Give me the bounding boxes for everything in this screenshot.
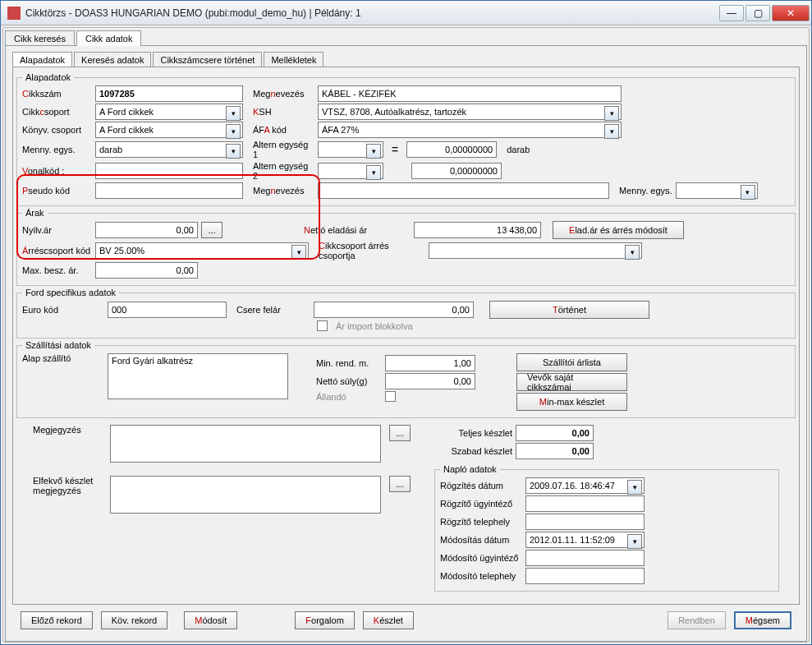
checkbox-ar-import-blokkolva[interactable] bbox=[317, 320, 328, 331]
label-modtel: Módosító telephely bbox=[440, 571, 522, 581]
subtab-alapadatok[interactable]: Alapadatok bbox=[12, 52, 72, 67]
field-elfekvo[interactable] bbox=[110, 476, 381, 514]
tortenet-button[interactable]: Történet bbox=[489, 301, 649, 319]
tab-cikk-kereses[interactable]: Cikk keresés bbox=[5, 30, 75, 46]
combo-mennyegys2[interactable] bbox=[676, 182, 758, 199]
next-record-button[interactable]: Köv. rekord bbox=[101, 611, 167, 629]
field-megnevezes[interactable]: KÁBEL - KÉZIFÉK bbox=[318, 85, 622, 102]
forgalom-button[interactable]: Forgalom bbox=[295, 611, 354, 629]
field-minrend[interactable]: 1,00 bbox=[385, 355, 475, 371]
megjegyzes-browse-button[interactable]: ... bbox=[389, 425, 411, 441]
label-konyvcs: Könyv. csoport bbox=[22, 125, 92, 135]
subtab-kereses[interactable]: Keresés adatok bbox=[74, 52, 151, 67]
footer-bar: Előző rekord Köv. rekord Módosít Forgalo… bbox=[12, 605, 800, 636]
field-teljes-keszlet: 0,00 bbox=[516, 425, 594, 441]
field-megnevezes2[interactable] bbox=[318, 182, 609, 199]
szallitoi-arlista-button[interactable]: Szállítói árlista bbox=[516, 353, 627, 371]
group-alapadatok: Alapadatok Cikkszám 1097285 Megnevezés K… bbox=[16, 72, 796, 206]
minimize-button[interactable]: — bbox=[719, 5, 744, 21]
field-moddatum[interactable]: 2012.01.11. 11:52:09 bbox=[525, 532, 645, 548]
field-netto-eladasi[interactable]: 13 438,00 bbox=[414, 222, 541, 238]
group-ford: Ford specifikus adatok Euro kód 000 Cser… bbox=[16, 288, 796, 339]
field-rogzugy bbox=[525, 495, 645, 512]
label-altern2: Altern egység 2 bbox=[253, 161, 314, 181]
elfekvo-browse-button[interactable]: ... bbox=[389, 476, 411, 492]
rendben-button: Rendben bbox=[667, 611, 726, 629]
field-altern1-val[interactable]: 0,00000000 bbox=[406, 141, 497, 158]
titlebar: Cikktörzs - DOAS3 HUNGARIAN DEMO (pubi:m… bbox=[1, 1, 811, 25]
label-nyilvar: Nyilv.ár bbox=[22, 225, 92, 235]
combo-arrescsoport[interactable]: BV 25.00% bbox=[95, 242, 309, 259]
field-maxbesz[interactable]: 0,00 bbox=[95, 262, 198, 279]
tab-cikk-adatok[interactable]: Cikk adatok bbox=[76, 30, 141, 46]
group-naplo: Napló adatok Rögzítés dátum2009.07.16. 1… bbox=[434, 464, 779, 592]
field-rogzdatum[interactable]: 2009.07.16. 18:46:47 bbox=[525, 477, 645, 494]
keszlet-button[interactable]: Készlet bbox=[363, 611, 414, 629]
combo-altern1[interactable] bbox=[318, 141, 383, 158]
label-modugy: Módosító ügyintéző bbox=[440, 553, 522, 563]
combo-mennyegys[interactable]: darab bbox=[95, 141, 243, 158]
legend-arak: Árak bbox=[22, 208, 48, 218]
maximize-button[interactable]: ▢ bbox=[745, 5, 770, 21]
label-eurokod: Euro kód bbox=[22, 305, 104, 315]
label-elfekvo: Elfekvő készlet megjegyzés bbox=[33, 476, 107, 495]
field-eurokod[interactable]: 000 bbox=[108, 302, 227, 318]
label-cikkszam: Cikkszám bbox=[22, 89, 92, 99]
label-cikkcsoport: Cikkcsoport bbox=[22, 107, 92, 117]
close-button[interactable]: ✕ bbox=[772, 5, 810, 21]
field-pseudo[interactable] bbox=[95, 182, 243, 199]
combo-cikkcsoport[interactable]: A Ford cikkek bbox=[95, 104, 243, 120]
group-szallitasi: Szállítási adatok Alap szállító Ford Gyá… bbox=[16, 340, 796, 418]
label-alapszallito: Alap szállító bbox=[22, 353, 104, 363]
label-netto-eladasi: Nettó eladási ár bbox=[304, 225, 411, 235]
field-alapszallito[interactable]: Ford Gyári alkatrész bbox=[108, 353, 288, 399]
field-vonalkod[interactable] bbox=[95, 163, 243, 179]
field-cikkszam[interactable]: 1097285 bbox=[95, 85, 243, 102]
nyilvar-browse-button[interactable]: ... bbox=[201, 222, 222, 238]
eladar-modosit-button[interactable]: Elad.ár és árrés módosít bbox=[553, 221, 684, 239]
app-icon bbox=[7, 7, 21, 20]
subtab-tortenet[interactable]: Cikkszámcsere történet bbox=[153, 52, 262, 67]
label-rogztel: Rögzítő telephely bbox=[440, 517, 522, 527]
label-vonalkod: Vonalkód : bbox=[22, 166, 92, 176]
label-afa: ÁFA kód bbox=[253, 125, 314, 135]
label-megnevezes: Megnevezés bbox=[253, 89, 314, 99]
megsem-button[interactable]: Mégsem bbox=[734, 611, 791, 629]
checkbox-allando[interactable] bbox=[385, 391, 396, 402]
label-moddatum: Módosítás dátum bbox=[440, 535, 522, 545]
equals-sign: = bbox=[392, 143, 398, 156]
vevok-cikkszamai-button[interactable]: Vevők saját cikkszámai bbox=[516, 373, 627, 391]
label-maxbesz: Max. besz. ár. bbox=[22, 265, 92, 275]
field-altern2-val[interactable]: 0,00000000 bbox=[411, 163, 502, 179]
label-rogzdatum: Rögzítés dátum bbox=[440, 481, 522, 491]
field-modtel bbox=[525, 568, 645, 584]
label-nettosuly: Nettó súly(g) bbox=[316, 376, 382, 386]
label-altern-unit: darab bbox=[507, 145, 530, 154]
modosit-button[interactable]: Módosít bbox=[184, 611, 237, 629]
label-mennyegys: Menny. egys. bbox=[22, 145, 92, 154]
combo-konyvcs[interactable]: A Ford cikkek bbox=[95, 122, 243, 138]
minmax-keszlet-button[interactable]: Min-max készlet bbox=[516, 393, 627, 411]
subtab-mellekletek[interactable]: Mellékletek bbox=[264, 52, 323, 67]
field-megjegyzes[interactable] bbox=[110, 425, 381, 463]
label-arrescsoport: Árréscsoport kód bbox=[22, 246, 92, 256]
label-ar-import: Ár import blokkolva bbox=[336, 321, 413, 331]
main-window: Cikktörzs - DOAS3 HUNGARIAN DEMO (pubi:m… bbox=[0, 0, 812, 645]
legend-szallitasi: Szállítási adatok bbox=[22, 340, 94, 350]
label-teljes-keszlet: Teljes készlet bbox=[434, 428, 512, 438]
field-szabad-keszlet: 0,00 bbox=[516, 443, 594, 459]
combo-cikkcs-arres[interactable] bbox=[429, 242, 642, 259]
field-cserefelar[interactable]: 0,00 bbox=[314, 302, 474, 318]
field-nettosuly[interactable]: 0,00 bbox=[385, 373, 475, 389]
field-modugy bbox=[525, 550, 645, 566]
field-nyilvar[interactable]: 0,00 bbox=[95, 222, 198, 238]
label-pseudo: Pseudo kód bbox=[22, 186, 92, 196]
label-mennyegys2: Menny. egys. bbox=[619, 186, 672, 196]
label-minrend: Min. rend. m. bbox=[316, 358, 382, 368]
combo-afa[interactable]: ÁFA 27% bbox=[318, 122, 622, 138]
label-cserefelar: Csere felár bbox=[236, 305, 310, 315]
prev-record-button[interactable]: Előző rekord bbox=[21, 611, 93, 629]
label-szabad-keszlet: Szabad készlet bbox=[434, 446, 512, 456]
combo-altern2[interactable] bbox=[318, 163, 383, 179]
combo-ksh[interactable]: VTSZ, 8708, Autóalkatrész, tartozék bbox=[318, 104, 622, 120]
